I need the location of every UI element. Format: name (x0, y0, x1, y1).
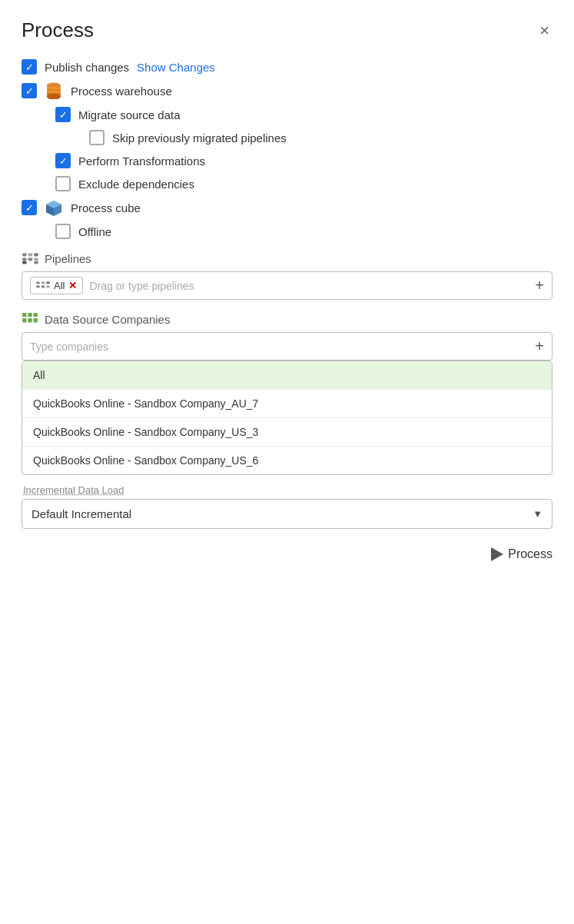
svg-rect-24 (46, 285, 50, 288)
incremental-arrow-icon: ▼ (533, 508, 542, 520)
perform-transformations-checkbox[interactable]: ✓ (55, 153, 71, 168)
process-warehouse-checkbox[interactable]: ✓ (22, 83, 37, 98)
process-dialog: Process × ✓ Publish changes Show Changes… (0, 0, 574, 924)
migrate-source-data-checkbox[interactable]: ✓ (55, 107, 71, 122)
process-button[interactable]: Process (491, 547, 552, 561)
process-button-label: Process (508, 547, 552, 561)
play-icon (491, 547, 503, 561)
data-source-label: Data Source Companies (45, 313, 170, 326)
exclude-dependencies-checkbox[interactable] (55, 176, 71, 191)
pipelines-section: Pipelines (22, 251, 552, 265)
migrate-source-data-row: ✓ Migrate source data (22, 107, 552, 122)
company-item-us6[interactable]: QuickBooks Online - Sandbox Company_US_6 (22, 447, 552, 474)
migrate-source-data-label: Migrate source data (78, 108, 181, 121)
svg-rect-29 (28, 318, 32, 322)
svg-rect-17 (34, 258, 38, 261)
perform-transformations-label: Perform Transformations (78, 155, 205, 168)
companies-add-button[interactable]: + (535, 337, 544, 355)
svg-rect-11 (22, 253, 27, 256)
svg-rect-18 (34, 261, 38, 264)
process-cube-row: ✓ Process cube (22, 199, 552, 216)
cube-icon (45, 199, 63, 216)
svg-rect-23 (46, 281, 50, 284)
offline-row: Offline (22, 224, 552, 239)
company-item-us3[interactable]: QuickBooks Online - Sandbox Company_US_3 (22, 418, 552, 447)
svg-rect-28 (22, 318, 26, 322)
companies-input-box[interactable]: + (22, 332, 552, 361)
pipeline-tag-remove[interactable]: ✕ (68, 280, 77, 291)
process-cube-label: Process cube (71, 201, 141, 214)
data-source-section: Data Source Companies (22, 312, 552, 326)
skip-pipelines-label: Skip previously migrated pipelines (112, 131, 287, 145)
datasource-icon (22, 312, 38, 326)
company-item-au7[interactable]: QuickBooks Online - Sandbox Company_AU_7 (22, 390, 552, 418)
close-button[interactable]: × (536, 22, 552, 39)
publish-changes-row: ✓ Publish changes Show Changes (22, 59, 552, 75)
companies-input[interactable] (30, 341, 529, 353)
pipeline-tag-icon (36, 281, 50, 291)
svg-rect-16 (34, 253, 38, 256)
incremental-value: Default Incremental (32, 507, 131, 520)
offline-checkbox[interactable] (55, 224, 71, 239)
svg-rect-13 (22, 261, 27, 264)
svg-rect-26 (28, 313, 32, 317)
svg-rect-15 (28, 258, 32, 261)
exclude-dependencies-label: Exclude dependencies (78, 178, 194, 191)
pipeline-all-tag: All ✕ (30, 277, 83, 294)
incremental-label: Incremental Data Load (22, 484, 552, 496)
pipelines-icon (22, 251, 38, 265)
pipelines-add-button[interactable]: + (535, 277, 544, 294)
process-warehouse-row: ✓ Process warehouse (22, 82, 552, 99)
publish-changes-checkbox[interactable]: ✓ (22, 59, 37, 75)
svg-rect-19 (36, 281, 40, 284)
show-changes-link[interactable]: Show Changes (137, 61, 215, 74)
dialog-header: Process × (22, 18, 552, 42)
svg-rect-30 (34, 318, 38, 322)
process-cube-checkbox[interactable]: ✓ (22, 200, 37, 215)
warehouse-icon (45, 82, 63, 99)
pipelines-input-area[interactable]: All ✕ Drag or type pipelines + (22, 271, 552, 300)
exclude-dependencies-row: Exclude dependencies (22, 176, 552, 191)
companies-dropdown: All QuickBooks Online - Sandbox Company_… (22, 361, 552, 475)
offline-label: Offline (78, 225, 111, 238)
svg-rect-21 (41, 281, 45, 284)
svg-rect-22 (41, 285, 45, 288)
incremental-select[interactable]: Default Incremental ▼ (22, 499, 552, 529)
dialog-footer: Process (22, 547, 552, 561)
skip-pipelines-row: Skip previously migrated pipelines (22, 130, 552, 145)
svg-rect-27 (34, 313, 38, 317)
pipeline-tag-label: All (54, 280, 65, 291)
svg-rect-20 (36, 285, 40, 288)
dialog-title: Process (22, 18, 94, 42)
company-item-all[interactable]: All (22, 361, 552, 390)
pipelines-placeholder: Drag or type pipelines (89, 280, 529, 292)
pipelines-label: Pipelines (45, 252, 91, 265)
svg-rect-12 (22, 258, 27, 261)
svg-rect-14 (28, 253, 32, 256)
publish-changes-label: Publish changes (45, 61, 129, 74)
svg-rect-25 (22, 313, 26, 317)
perform-transformations-row: ✓ Perform Transformations (22, 153, 552, 168)
skip-pipelines-checkbox[interactable] (89, 130, 105, 145)
process-warehouse-label: Process warehouse (71, 85, 172, 98)
